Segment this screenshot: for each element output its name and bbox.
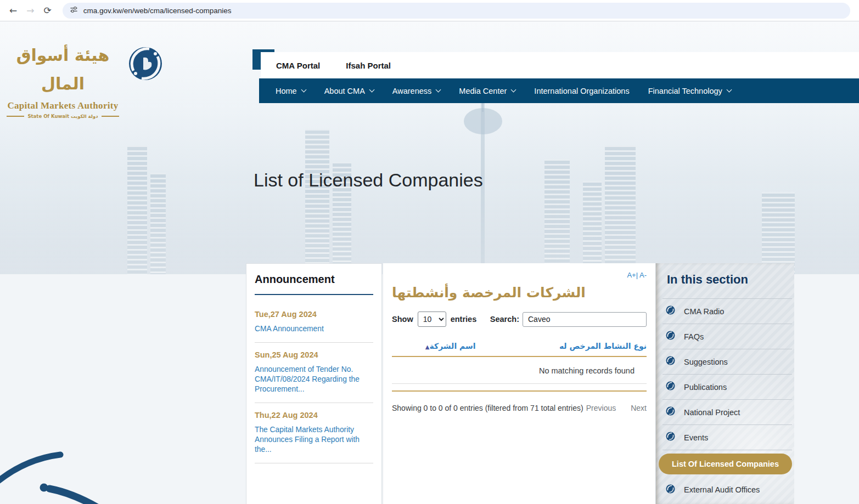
entries-label: entries <box>451 315 477 324</box>
announcement-item: Sun,25 Aug 2024 Announcement of Tender N… <box>255 350 373 403</box>
hero-banner: هيئة أسواق المال Capital Markets Authori… <box>0 21 859 274</box>
divider <box>255 342 373 343</box>
licensed-companies-panel: A+| A- الشركات المرخصة وأنشطتها Show 10 … <box>383 263 656 504</box>
sidebar-item-label: Suggestions <box>684 358 728 366</box>
section-title-arabic: الشركات المرخصة وأنشطتها <box>392 285 647 301</box>
sidebar-item-label: FAQs <box>684 332 704 341</box>
nav-item-about-cma[interactable]: About CMA <box>324 87 374 95</box>
subtitle-rule <box>7 116 24 117</box>
nav-item-media-center[interactable]: Media Center <box>459 87 515 95</box>
swirl-bullet-icon <box>666 406 675 418</box>
chevron-down-icon <box>511 87 516 93</box>
sidebar-title: In this section <box>656 263 794 298</box>
chevron-down-icon <box>301 87 306 93</box>
sidebar-item-faqs[interactable]: FAQs <box>663 324 792 349</box>
sidebar-item-cma-radio[interactable]: CMA Radio <box>663 298 792 324</box>
page: ← → ⟳ cma.gov.kw/en/web/cma/licensed-com… <box>0 0 859 504</box>
browser-toolbar: ← → ⟳ cma.gov.kw/en/web/cma/licensed-com… <box>0 0 859 21</box>
table-info: Showing 0 to 0 of 0 entries (filtered fr… <box>392 404 583 412</box>
address-bar[interactable]: cma.gov.kw/en/web/cma/licensed-companies <box>63 3 850 19</box>
announcement-item: Tue,27 Aug 2024 CMA Announcement <box>255 310 373 343</box>
pagination: Previous Next <box>586 404 647 412</box>
tab-cma-portal[interactable]: CMA Portal <box>276 61 320 70</box>
font-decrease-button[interactable]: A- <box>639 271 647 279</box>
announcement-date: Thu,22 Aug 2024 <box>255 411 373 420</box>
divider <box>255 463 373 463</box>
font-size-controls: A+| A- <box>392 271 647 279</box>
nav-item-awareness[interactable]: Awareness <box>392 87 440 95</box>
sidebar-item-publications[interactable]: Publications <box>663 374 792 399</box>
sidebar-item-national-project[interactable]: National Project <box>663 399 792 424</box>
reload-icon[interactable]: ⟳ <box>44 5 52 16</box>
swirl-bullet-icon <box>666 381 675 393</box>
table-empty-message: No matching records found <box>392 357 647 384</box>
main-navigation: Home About CMA Awareness Media Center In… <box>259 78 859 103</box>
sidebar-item-events[interactable]: Events <box>663 424 792 450</box>
portal-bar: CMA Portal Ifsah Portal <box>261 52 859 78</box>
swirl-bullet-icon <box>666 305 675 317</box>
section-sidebar: In this section CMA Radio FAQs Suggestio… <box>656 263 794 504</box>
announcement-item: Thu,22 Aug 2024 The Capital Markets Auth… <box>255 411 373 463</box>
chevron-down-icon <box>369 87 374 93</box>
font-increase-button[interactable]: A+ <box>627 271 636 279</box>
cma-logo[interactable]: هيئة أسواق المال Capital Markets Authori… <box>7 41 167 119</box>
subtitle-rule <box>102 116 119 117</box>
announcement-date: Sun,25 Aug 2024 <box>255 350 373 359</box>
tab-ifsah-portal[interactable]: Ifsah Portal <box>346 61 391 70</box>
nav-item-international-organizations[interactable]: International Organizations <box>534 87 629 95</box>
announcement-link[interactable]: CMA Announcement <box>255 324 373 334</box>
nav-item-financial-technology[interactable]: Financial Technology <box>648 87 731 95</box>
back-icon[interactable]: ← <box>9 5 17 16</box>
search-control: Search: <box>490 312 647 327</box>
swirl-bullet-icon <box>666 432 675 443</box>
cma-logo-arabic: هيئة أسواق المال <box>7 41 119 98</box>
swirl-bullet-icon <box>666 356 675 367</box>
search-input[interactable] <box>523 312 647 327</box>
liberation-tower-disc <box>464 108 502 134</box>
decorative-swirl <box>0 449 143 504</box>
sidebar-active-row: List Of Licensed Companies <box>663 450 792 477</box>
swirl-bullet-icon <box>666 484 675 496</box>
announcement-panel: Announcement Tue,27 Aug 2024 CMA Announc… <box>246 263 382 504</box>
table-controls: Show 10 entries Search: <box>392 312 647 327</box>
divider <box>255 403 373 403</box>
page-title: List of Licensed Companies <box>254 169 483 191</box>
sidebar-item-label: National Project <box>684 408 740 417</box>
page-size-select[interactable]: 10 <box>418 312 446 327</box>
site-info-icon[interactable] <box>70 5 78 16</box>
table-bottom-border <box>392 384 647 392</box>
sidebar-item-label: Publications <box>684 383 727 392</box>
cma-logo-subtitle: State Of Kuwait دولة الكويت <box>7 114 119 119</box>
sidebar-item-label: CMA Radio <box>684 307 724 316</box>
table-header-row: ▲اسم الشركة نوع النشاط المرخص له <box>392 342 647 356</box>
announcement-underline <box>255 294 373 295</box>
url-text: cma.gov.kw/en/web/cma/licensed-companies <box>83 7 232 15</box>
sidebar-item-external-audit-offices[interactable]: External Audit Offices <box>663 477 792 502</box>
table-footer: Showing 0 to 0 of 0 entries (filtered fr… <box>392 404 647 412</box>
sort-asc-icon: ▲ <box>425 344 430 350</box>
sidebar-item-suggestions[interactable]: Suggestions <box>663 349 792 374</box>
previous-button[interactable]: Previous <box>586 404 616 412</box>
announcement-link[interactable]: The Capital Markets Authority Announces … <box>255 425 373 455</box>
sidebar-item-label: External Audit Offices <box>684 485 760 494</box>
show-label: Show <box>392 315 413 324</box>
search-label: Search: <box>490 315 519 324</box>
announcement-date: Tue,27 Aug 2024 <box>255 310 373 319</box>
column-header-company-name[interactable]: ▲اسم الشركة <box>392 342 509 350</box>
nav-item-home[interactable]: Home <box>276 87 306 95</box>
chevron-down-icon <box>726 87 732 93</box>
cma-logo-wordmark: Capital Markets Authority <box>7 100 119 111</box>
column-header-activity-type[interactable]: نوع النشاط المرخص له <box>509 342 647 350</box>
cma-logo-text: هيئة أسواق المال Capital Markets Authori… <box>7 41 119 119</box>
cma-emblem-icon <box>128 47 162 83</box>
next-button[interactable]: Next <box>631 404 647 412</box>
sidebar-item-label: Events <box>684 433 708 442</box>
chevron-down-icon <box>436 87 441 93</box>
announcement-link[interactable]: Announcement of Tender No. CMA/IT/08/202… <box>255 365 373 394</box>
swirl-bullet-icon <box>666 331 675 342</box>
announcement-title: Announcement <box>255 273 373 286</box>
forward-icon[interactable]: → <box>26 5 34 16</box>
sidebar-item-list-of-licensed-companies[interactable]: List Of Licensed Companies <box>659 454 792 474</box>
